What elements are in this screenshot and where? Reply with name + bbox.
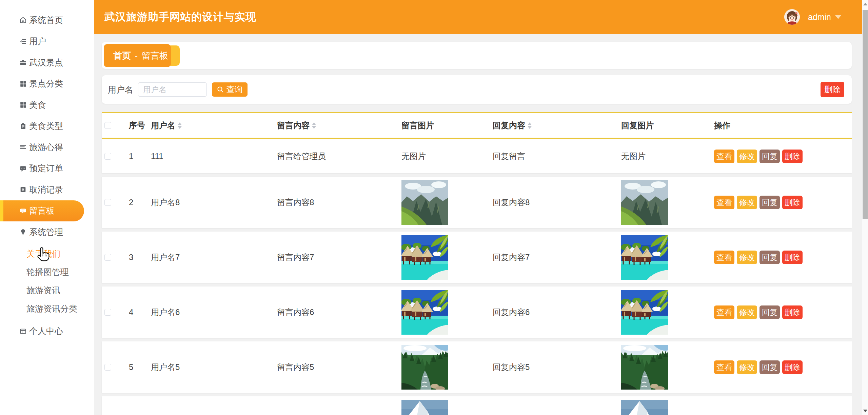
- page-scrollbar[interactable]: [862, 0, 868, 415]
- sidebar-subitem-about-us[interactable]: 关于我们: [0, 245, 94, 263]
- search-button[interactable]: 查询: [212, 82, 248, 97]
- breadcrumb-card: 首页 - 留言板: [102, 42, 852, 69]
- briefcase-icon: [19, 58, 27, 66]
- row-checkbox[interactable]: [104, 153, 111, 160]
- sort-control[interactable]: [178, 122, 182, 129]
- delete-button[interactable]: 删除: [782, 360, 803, 374]
- sidebar-item-food-type[interactable]: 美食类型: [0, 116, 94, 137]
- row-checkbox[interactable]: [104, 309, 111, 316]
- sidebar-item-home[interactable]: 系统首页: [0, 9, 94, 31]
- list-arrow-icon: [19, 37, 27, 45]
- reply-button[interactable]: 回复: [760, 360, 780, 374]
- chat-icon: [19, 164, 27, 173]
- sidebar-item-users[interactable]: 用户: [0, 31, 94, 52]
- username-label: admin: [808, 12, 831, 22]
- sidebar-subitem-travel-news[interactable]: 旅游资讯: [0, 281, 94, 300]
- table-row: 3 用户名7 留言内容7 回复内容7: [102, 232, 852, 283]
- row-checkbox[interactable]: [104, 199, 111, 206]
- cell-username: 用户名6: [151, 307, 277, 318]
- reply-image: [621, 345, 668, 390]
- username-filter-label: 用户名: [108, 84, 133, 95]
- delete-button[interactable]: 删除: [782, 150, 803, 163]
- sidebar-subitem-carousel[interactable]: 轮播图管理: [0, 263, 94, 281]
- sidebar-item-label: 预定订单: [29, 163, 63, 174]
- scrollbar-up-arrow-icon[interactable]: [863, 3, 867, 5]
- cell-message: 留言内容8: [277, 197, 401, 208]
- sidebar-item-cancel-records[interactable]: 取消记录: [0, 179, 94, 200]
- table-row: 1 111 留言给管理员 无图片 回复留言 无图片 查看 修改 回复 删除: [102, 139, 852, 173]
- breadcrumb: 首页 - 留言板: [104, 44, 180, 67]
- reply-image: [621, 180, 668, 225]
- delete-button[interactable]: 删除: [782, 196, 803, 209]
- scrollbar-thumb[interactable]: [863, 10, 868, 219]
- table-row: 6 查看 修改 回复 删除: [102, 396, 852, 415]
- bulb-icon: [19, 228, 27, 236]
- select-all-checkbox[interactable]: [104, 122, 111, 129]
- sort-control[interactable]: [528, 122, 532, 129]
- view-button[interactable]: 查看: [714, 251, 734, 264]
- edit-button[interactable]: 修改: [737, 196, 757, 209]
- clipboard-icon: [19, 122, 27, 130]
- sidebar-item-food[interactable]: 美食: [0, 94, 94, 116]
- sidebar-item-label: 系统首页: [29, 15, 63, 26]
- cell-reply: 回复内容5: [493, 362, 621, 373]
- message-table: 序号 用户名 留言内容 留言图片 回复内容 回复图片 操作 1 111 留言给管…: [102, 112, 852, 415]
- delete-selected-button[interactable]: 删除: [821, 82, 844, 97]
- sort-control[interactable]: [312, 122, 316, 129]
- message-image: [401, 400, 448, 415]
- cell-index: 1: [126, 152, 151, 161]
- user-menu[interactable]: admin: [784, 0, 841, 34]
- column-header-index: 序号: [126, 120, 151, 131]
- reply-button[interactable]: 回复: [760, 150, 780, 163]
- cell-reply-image: 无图片: [621, 151, 714, 162]
- view-button[interactable]: 查看: [714, 196, 734, 209]
- cell-message-image: 无图片: [401, 151, 493, 162]
- cell-index: 5: [126, 362, 151, 372]
- cell-username: 用户名8: [151, 197, 277, 208]
- reply-image: [621, 290, 668, 335]
- sidebar-item-attractions[interactable]: 武汉景点: [0, 52, 94, 73]
- sidebar-item-system-management[interactable]: 系统管理: [0, 221, 94, 243]
- delete-button[interactable]: 删除: [782, 251, 803, 264]
- main-content: 首页 - 留言板 用户名 查询 删除 序号 用户名 留言内容 留言图片 回复内容…: [94, 34, 862, 415]
- row-checkbox[interactable]: [104, 364, 111, 371]
- reply-button[interactable]: 回复: [760, 251, 780, 264]
- message-image: [401, 235, 448, 280]
- column-header-message-image: 留言图片: [401, 120, 493, 131]
- avatar[interactable]: [784, 9, 800, 25]
- view-button[interactable]: 查看: [714, 150, 734, 163]
- edit-button[interactable]: 修改: [737, 150, 757, 163]
- scrollbar-down-arrow-icon[interactable]: [863, 410, 867, 412]
- view-button[interactable]: 查看: [714, 360, 734, 374]
- page-title: 武汉旅游助手网站的设计与实现: [104, 0, 256, 34]
- sidebar-subitem-travel-news-category[interactable]: 旅游资讯分类: [0, 300, 94, 318]
- edit-button[interactable]: 修改: [737, 305, 757, 319]
- sidebar-item-travel-notes[interactable]: 旅游心得: [0, 137, 94, 158]
- cell-message: 留言内容5: [277, 362, 401, 373]
- cell-reply: 回复内容6: [493, 307, 621, 318]
- reply-button[interactable]: 回复: [760, 196, 780, 209]
- edit-button[interactable]: 修改: [737, 251, 757, 264]
- grid-icon: [19, 80, 27, 88]
- column-header-message: 留言内容: [277, 120, 310, 131]
- sidebar-item-personal-center[interactable]: 个人中心: [0, 321, 94, 342]
- edit-button[interactable]: 修改: [737, 360, 757, 374]
- username-filter-input[interactable]: [138, 82, 207, 97]
- breadcrumb-home[interactable]: 首页: [113, 50, 131, 62]
- column-header-ops: 操作: [714, 120, 852, 131]
- delete-button[interactable]: 删除: [782, 305, 803, 319]
- sidebar-item-message-board[interactable]: 留言板: [0, 200, 84, 222]
- sidebar-item-label: 个人中心: [29, 325, 63, 337]
- cell-index: 4: [126, 308, 151, 317]
- row-checkbox[interactable]: [104, 254, 111, 261]
- breadcrumb-current: 留言板: [142, 50, 168, 62]
- cell-reply: 回复内容7: [493, 252, 621, 263]
- sidebar-item-label: 景点分类: [29, 78, 63, 89]
- sidebar-item-label: 取消记录: [29, 184, 63, 195]
- view-button[interactable]: 查看: [714, 305, 734, 319]
- filter-bar: 用户名 查询 删除: [102, 75, 852, 104]
- sidebar-item-orders[interactable]: 预定订单: [0, 158, 94, 179]
- reply-button[interactable]: 回复: [760, 305, 780, 319]
- system-management-submenu: 关于我们 轮播图管理 旅游资讯 旅游资讯分类: [0, 245, 94, 318]
- sidebar-item-attraction-category[interactable]: 景点分类: [0, 73, 94, 95]
